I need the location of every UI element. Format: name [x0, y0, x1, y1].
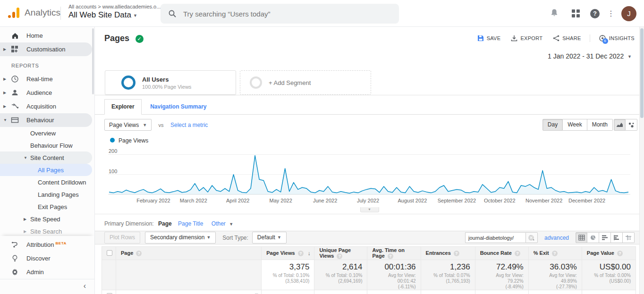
sidebar-item-customisation[interactable]: ▶ Customisation: [0, 42, 92, 56]
sidebar-item-attribution[interactable]: AttributionBETA: [0, 238, 92, 252]
help-icon[interactable]: [136, 251, 142, 256]
property-selector[interactable]: All Web Site Data▼: [68, 10, 161, 20]
sidebar-item-behaviour[interactable]: ▼ Behaviour: [0, 113, 92, 127]
granularity-month-button[interactable]: Month: [587, 119, 613, 131]
expand-down-icon: ▼: [3, 118, 8, 122]
clear-search-icon[interactable]: ✕: [528, 235, 534, 241]
select-all-checkbox[interactable]: [107, 250, 112, 256]
home-icon: [11, 32, 19, 40]
granularity-day-button[interactable]: Day: [542, 119, 563, 131]
help-icon[interactable]: [515, 251, 520, 256]
tab-navigation-summary[interactable]: Navigation Summary: [144, 100, 213, 114]
dimension-page[interactable]: Page: [158, 220, 172, 227]
table-search-input[interactable]: [465, 232, 525, 243]
sidebar-item-landing-pages[interactable]: Landing Pages: [0, 188, 92, 201]
help-icon[interactable]: [298, 251, 304, 256]
scrollbar-thumb[interactable]: [640, 28, 644, 118]
attribution-icon: [11, 241, 19, 249]
sidebar-item-exit-pages[interactable]: Exit Pages: [0, 201, 92, 213]
global-search[interactable]: [161, 4, 399, 24]
sidebar-item-discover[interactable]: Discover: [0, 252, 92, 265]
global-search-input[interactable]: [183, 10, 381, 18]
svg-text:July 2022: July 2022: [357, 198, 379, 203]
sidebar-item-acquisition[interactable]: ▶ Acquisition: [0, 100, 92, 113]
pivot-view-icon[interactable]: [623, 232, 635, 243]
help-icon[interactable]: [454, 251, 459, 256]
help-icon[interactable]: ?: [589, 8, 601, 19]
add-segment-button[interactable]: + Add Segment: [240, 70, 371, 95]
segment-name: All Users: [142, 76, 191, 83]
comparison-view-icon[interactable]: [611, 232, 623, 243]
help-icon[interactable]: [337, 253, 342, 259]
reports-section-label: REPORTS: [11, 63, 94, 68]
help-icon[interactable]: [617, 251, 623, 256]
line-chart-view-icon[interactable]: [614, 119, 626, 131]
column-header-entrances[interactable]: Entrances: [421, 247, 475, 260]
insights-count-badge: 6: [602, 38, 608, 44]
sidebar-item-content-drilldown[interactable]: Content Drilldown: [0, 176, 92, 188]
dimension-page-title[interactable]: Page Title: [178, 220, 203, 227]
sidebar-item-realtime[interactable]: ▶ Real-time: [0, 72, 92, 86]
sidebar-item-admin[interactable]: Admin: [0, 265, 92, 279]
metric-dropdown[interactable]: Page Views▼: [104, 119, 152, 131]
save-icon: [477, 35, 484, 42]
help-icon[interactable]: [388, 253, 393, 259]
more-options-icon[interactable]: ⋮: [605, 8, 617, 19]
column-header-bounce-rate[interactable]: Bounce Rate: [475, 247, 528, 260]
breadcrumb[interactable]: All accounts > www.alliedacademies.o...: [68, 4, 161, 9]
column-header-unique-page-views[interactable]: Unique Page Views: [314, 247, 367, 260]
share-button[interactable]: SHARE: [553, 35, 581, 42]
apps-grid-icon[interactable]: [570, 8, 582, 19]
sidebar-item-site-search[interactable]: ▶ Site Search: [0, 225, 92, 234]
line-chart: 100200February 2022March 2022April 2022M…: [107, 146, 631, 206]
select-metric-link[interactable]: Select a metric: [170, 122, 208, 128]
sidebar-item-site-content[interactable]: ▼ Site Content: [0, 151, 92, 164]
table-row: 1./journal-diabetology/ 1,654(49.01%) 1,…: [102, 290, 636, 294]
plot-rows-button[interactable]: Plot Rows: [104, 232, 140, 244]
insights-button[interactable]: 6 INSIGHTS: [590, 34, 635, 42]
column-header-page-views[interactable]: Page Views↓: [262, 247, 314, 260]
avatar[interactable]: J: [621, 6, 636, 21]
sort-type-dropdown[interactable]: Default▼: [252, 232, 287, 244]
sort-descending-icon: ↓: [307, 250, 310, 257]
secondary-dimension-dropdown[interactable]: Secondary dimension▼: [145, 232, 216, 244]
page-scrollbar[interactable]: [639, 27, 644, 294]
save-button[interactable]: SAVE: [477, 35, 501, 42]
motion-chart-view-icon[interactable]: [626, 119, 637, 131]
sidebar-item-all-pages[interactable]: All Pages: [0, 164, 92, 176]
sidebar-item-behaviour-flow[interactable]: Behaviour Flow: [0, 139, 92, 151]
segment-ring-icon: [121, 76, 136, 90]
svg-text:June 2022: June 2022: [313, 198, 337, 203]
date-range-selector[interactable]: 1 Jan 2022 - 31 Dec 2022 ▼: [548, 52, 632, 60]
sidebar-item-site-speed[interactable]: ▶ Site Speed: [0, 213, 92, 225]
expand-right-icon: ▶: [3, 47, 8, 51]
tab-explorer[interactable]: Explorer: [104, 99, 142, 115]
performance-view-icon[interactable]: [599, 232, 611, 243]
table-view-icon[interactable]: [576, 232, 587, 243]
svg-text:100: 100: [109, 168, 117, 174]
sidebar-item-audience[interactable]: ▶ Audience: [0, 86, 92, 100]
notifications-bell-icon[interactable]: [549, 8, 560, 19]
sidebar-scrollbar[interactable]: [92, 28, 94, 94]
report-tabs: Explorer Navigation Summary: [95, 99, 644, 115]
svg-text:September 2022: September 2022: [438, 198, 476, 203]
sidebar-item-overview[interactable]: Overview: [0, 127, 92, 139]
pages-table: Page Page Views↓ Unique Page Views Avg. …: [102, 246, 636, 294]
help-icon[interactable]: [552, 251, 558, 256]
expand-right-icon: ▶: [3, 77, 8, 81]
column-header-avg-time[interactable]: Avg. Time on Page: [367, 247, 421, 260]
percentage-view-icon[interactable]: [587, 232, 599, 243]
export-button[interactable]: EXPORT: [511, 35, 542, 42]
collapse-sidebar-icon[interactable]: ‹: [84, 282, 86, 290]
advanced-search-link[interactable]: advanced: [544, 235, 569, 241]
dimension-other[interactable]: Other ▼: [212, 220, 233, 227]
table-view-toggle: [576, 232, 635, 243]
segment-all-users[interactable]: All Users 100.00% Page Views: [105, 70, 236, 95]
sidebar-item-home[interactable]: Home: [0, 29, 92, 42]
svg-text:February 2022: February 2022: [136, 198, 170, 203]
column-header-page[interactable]: Page: [116, 247, 262, 260]
column-header-page-value[interactable]: Page Value: [582, 247, 636, 260]
chart-collapse-handle[interactable]: ▼: [360, 207, 379, 212]
column-header-exit[interactable]: % Exit: [528, 247, 582, 260]
granularity-week-button[interactable]: Week: [563, 119, 587, 131]
